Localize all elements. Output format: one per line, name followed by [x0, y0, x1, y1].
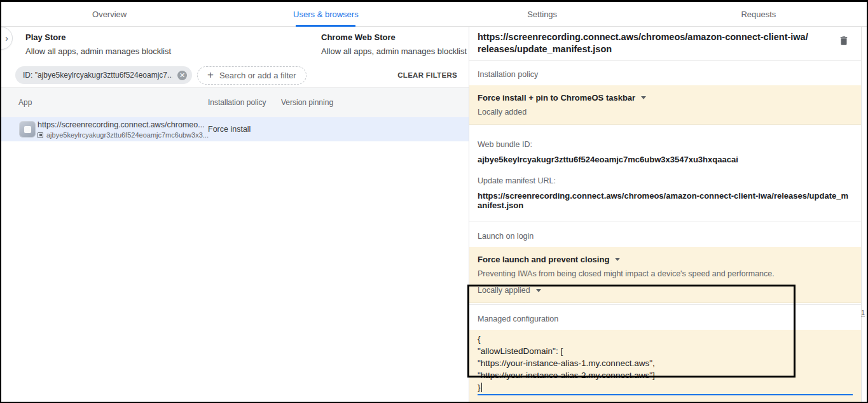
config-code-line: "https://your-instance-alias-1.my.connec… [478, 357, 853, 369]
filter-chip-id[interactable]: ID: "ajbye5keylrcyakugr3zttu6f524eoamjc7… [15, 66, 192, 84]
column-header-version-pinning: Version pinning [281, 98, 333, 107]
installation-policy-value: Force install + pin to ChromeOS taskbar [478, 93, 635, 103]
detail-header: https://screenrecording.connect.aws/chro… [469, 27, 861, 60]
installation-policy-dropdown[interactable]: Force install + pin to ChromeOS taskbar [478, 93, 853, 103]
tab-users-and-browsers-label: Users & browsers [293, 10, 359, 19]
app-detail-panel: https://screenrecording.connect.aws/chro… [469, 27, 862, 402]
launch-on-login-block: Force launch and prevent closing Prevent… [469, 247, 861, 303]
filter-bar: ID: "ajbye5keylrcyakugr3zttu6f524eoamjc7… [1, 63, 469, 87]
managed-configuration-block: { "allowListedDomain": [ "https://your-i… [469, 330, 861, 402]
chevron-right-icon: › [5, 34, 8, 43]
app-list-panel: Play Store Allow all apps, admin manages… [1, 27, 469, 402]
app-row-installation-policy: Force install [208, 125, 251, 134]
app-row-id-line: ajbye5keylrcyakugr3zttu6f524eoamjc7mc6ub… [38, 131, 209, 139]
detail-title: https://screenrecording.connect.aws/chro… [478, 31, 838, 55]
launch-on-login-value: Force launch and prevent closing [478, 255, 609, 264]
cube-glyph [24, 126, 31, 133]
launch-on-login-label: Launch on login [478, 232, 534, 241]
launch-on-login-dropdown[interactable]: Force launch and prevent closing [478, 255, 853, 264]
config-code-line: "https://your-instance-alias-2.my.connec… [478, 369, 853, 381]
tab-requests-label: Requests [741, 10, 776, 19]
tab-settings-label: Settings [527, 10, 557, 19]
filter-chip-label: ID: "ajbye5keylrcyakugr3zttu6f524eoamjc7… [23, 71, 172, 80]
config-code-line: } [478, 381, 481, 393]
text-cursor [481, 383, 483, 392]
tab-settings[interactable]: Settings [434, 2, 651, 26]
edge-marker: 1 [861, 309, 865, 316]
play-store-desc: Allow all apps, admin manages blocklist [25, 46, 171, 56]
column-header-installation-policy: Installation policy [208, 98, 266, 107]
clear-filters-button[interactable]: CLEAR FILTERS [397, 71, 457, 79]
tab-bar: Overview Users & browsers Settings Reque… [1, 2, 867, 27]
dropdown-arrow-icon [615, 258, 620, 261]
tab-requests[interactable]: Requests [651, 2, 867, 26]
editor-focus-underline [478, 394, 853, 395]
remove-filter-icon[interactable]: ✕ [177, 71, 187, 80]
update-manifest-url-label: Update manifest URL: [478, 176, 853, 185]
table-row-app[interactable]: https://screenrecording.connect.aws/chro… [1, 117, 469, 141]
web-app-icon [38, 132, 43, 138]
tab-users-and-browsers[interactable]: Users & browsers [217, 2, 434, 26]
config-code-line: { [478, 333, 853, 345]
web-bundle-id-label: Web bundle ID: [478, 140, 853, 149]
add-filter-label: Search or add a filter [219, 71, 296, 80]
installation-policy-status: Locally added [478, 108, 853, 117]
managed-configuration-editor[interactable]: { "allowListedDomain": [ "https://your-i… [478, 333, 853, 395]
chrome-web-store-desc: Allow all apps, admin manages blocklist [321, 46, 467, 56]
store-policy-summary: Play Store Allow all apps, admin manages… [1, 27, 469, 63]
column-header-app: App [18, 98, 32, 107]
chrome-web-store-title: Chrome Web Store [321, 32, 467, 42]
app-row-url: https://screenrecording.connect.aws/chro… [38, 120, 205, 129]
launch-on-login-section: Launch on login [469, 222, 861, 247]
admin-console-app-detail-page: Overview Users & browsers Settings Reque… [0, 0, 868, 403]
update-manifest-url-value: https://screenrecording.connect.aws/chro… [478, 191, 853, 210]
web-bundle-id-value: ajbye5keylrcyakugr3zttu6f524eoamjc7mc6ub… [478, 155, 853, 164]
add-filter-button[interactable]: + Search or add a filter [197, 66, 307, 85]
dropdown-arrow-icon [641, 96, 646, 99]
tab-overview-label: Overview [92, 10, 127, 19]
dropdown-arrow-icon [536, 289, 541, 292]
play-store-title: Play Store [25, 32, 171, 42]
delete-app-button[interactable] [838, 34, 851, 48]
launch-on-login-warning: Preventing IWAs from being closed might … [478, 269, 853, 278]
chrome-web-store-summary: Chrome Web Store Allow all apps, admin m… [321, 32, 467, 56]
app-row-id: ajbye5keylrcyakugr3zttu6f524eoamjc7mc6ub… [46, 131, 209, 139]
installation-policy-label: Installation policy [478, 70, 538, 79]
config-code-line: "allowListedDomain": [ [478, 345, 853, 357]
launch-on-login-status: Locally applied [478, 286, 530, 295]
plus-icon: + [207, 69, 214, 81]
bundle-info-section: Web bundle ID: ajbye5keylrcyakugr3zttu6f… [469, 125, 861, 222]
managed-configuration-section: Managed configuration [469, 305, 861, 330]
launch-on-login-status-dropdown[interactable]: Locally applied [478, 286, 853, 295]
installation-policy-block: Force install + pin to ChromeOS taskbar … [469, 85, 861, 125]
app-icon [19, 121, 36, 138]
play-store-summary: Play Store Allow all apps, admin manages… [25, 32, 171, 56]
app-table-header: App Installation policy Version pinning [1, 87, 469, 117]
config-code-line-last: } [478, 381, 853, 393]
tab-overview[interactable]: Overview [1, 2, 217, 26]
installation-policy-section: Installation policy [469, 60, 861, 85]
managed-configuration-label: Managed configuration [478, 315, 558, 323]
trash-icon [838, 34, 850, 47]
